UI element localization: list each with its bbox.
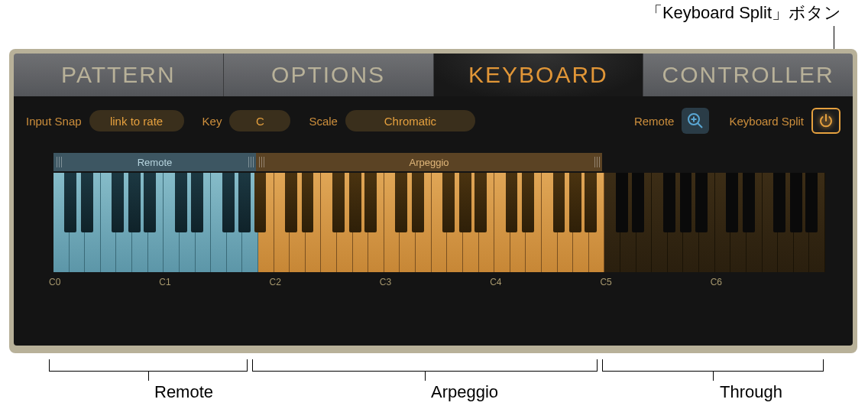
octave bbox=[604, 173, 714, 272]
black-key[interactable] bbox=[128, 173, 141, 232]
black-key[interactable] bbox=[790, 173, 802, 232]
note-label: C6 bbox=[711, 277, 722, 287]
callout-through: Through bbox=[720, 382, 782, 402]
octave bbox=[164, 173, 274, 272]
tab-controller[interactable]: CONTROLLER bbox=[643, 54, 853, 96]
black-key[interactable] bbox=[302, 173, 314, 232]
zone-remote-handle-right[interactable] bbox=[247, 153, 254, 171]
black-key[interactable] bbox=[695, 173, 708, 232]
tab-bar: PATTERN OPTIONS KEYBOARD CONTROLLER bbox=[14, 54, 853, 96]
keyboard-tab-content: Input Snap link to rate Key C Scale Chro… bbox=[14, 96, 853, 346]
svg-line-1 bbox=[698, 123, 702, 128]
black-key[interactable] bbox=[522, 173, 534, 232]
black-key[interactable] bbox=[364, 173, 377, 232]
key-menu[interactable]: C bbox=[229, 110, 290, 131]
octave bbox=[384, 173, 494, 272]
black-key[interactable] bbox=[332, 173, 345, 232]
black-key[interactable] bbox=[412, 173, 424, 232]
scale-menu[interactable]: Chromatic bbox=[345, 110, 475, 131]
note-label: C5 bbox=[600, 277, 611, 287]
octave bbox=[53, 173, 164, 272]
zone-arpeggio-handle-right[interactable] bbox=[593, 153, 601, 171]
callouts-bottom: Remote Arpeggio Through bbox=[9, 353, 857, 407]
controls-row: Input Snap link to rate Key C Scale Chro… bbox=[26, 107, 840, 135]
callout-remote: Remote bbox=[154, 382, 213, 402]
black-key[interactable] bbox=[569, 173, 581, 232]
zone-bar: Remote Arpeggio bbox=[53, 153, 825, 171]
octave bbox=[715, 173, 825, 272]
zone-remote-handle-left[interactable] bbox=[55, 153, 63, 171]
black-key[interactable] bbox=[238, 173, 251, 232]
black-key[interactable] bbox=[285, 173, 297, 232]
zone-arpeggio[interactable]: Arpeggio bbox=[256, 153, 602, 171]
black-key[interactable] bbox=[349, 173, 361, 232]
note-label: C2 bbox=[270, 277, 281, 287]
black-key[interactable] bbox=[773, 173, 785, 232]
black-key[interactable] bbox=[506, 173, 518, 232]
input-snap-menu[interactable]: link to rate bbox=[89, 110, 184, 131]
black-key[interactable] bbox=[222, 173, 235, 232]
black-key[interactable] bbox=[395, 173, 407, 232]
callout-keyboard-split: 「Keyboard Split」ボタン bbox=[646, 2, 841, 24]
keyboard-display[interactable] bbox=[53, 173, 825, 272]
note-label: C0 bbox=[49, 277, 60, 287]
zone-arpeggio-label: Arpeggio bbox=[409, 157, 449, 168]
scale-label: Scale bbox=[309, 115, 338, 128]
black-key[interactable] bbox=[175, 173, 187, 232]
black-key[interactable] bbox=[144, 173, 156, 232]
callout-arpeggio: Arpeggio bbox=[431, 382, 498, 402]
zone-remote[interactable]: Remote bbox=[53, 153, 256, 171]
bracket-through bbox=[602, 359, 824, 372]
zone-arpeggio-handle-left[interactable] bbox=[257, 153, 265, 171]
black-key[interactable] bbox=[254, 173, 267, 232]
black-key[interactable] bbox=[64, 173, 76, 232]
black-key[interactable] bbox=[726, 173, 738, 232]
octave bbox=[494, 173, 604, 272]
zone-remote-label: Remote bbox=[138, 157, 173, 168]
tab-pattern[interactable]: PATTERN bbox=[14, 54, 224, 96]
keyboard-split-label: Keyboard Split bbox=[729, 115, 804, 128]
note-label: C1 bbox=[159, 277, 170, 287]
black-key[interactable] bbox=[191, 173, 203, 232]
black-key[interactable] bbox=[805, 173, 818, 232]
black-key[interactable] bbox=[680, 173, 692, 232]
keyboard-split-button[interactable] bbox=[811, 108, 840, 134]
note-label: C4 bbox=[490, 277, 501, 287]
black-key[interactable] bbox=[81, 173, 93, 232]
remote-label: Remote bbox=[634, 115, 675, 128]
remote-zoom-button[interactable] bbox=[682, 108, 709, 134]
tab-keyboard[interactable]: KEYBOARD bbox=[434, 54, 644, 96]
black-key[interactable] bbox=[632, 173, 644, 232]
key-label: Key bbox=[202, 115, 222, 128]
arpeggiator-panel: PATTERN OPTIONS KEYBOARD CONTROLLER Inpu… bbox=[9, 49, 857, 353]
black-key[interactable] bbox=[663, 173, 675, 232]
black-key[interactable] bbox=[459, 173, 471, 232]
tab-options[interactable]: OPTIONS bbox=[224, 54, 434, 96]
bracket-arpeggio bbox=[252, 359, 598, 372]
bracket-remote bbox=[49, 359, 248, 372]
black-key[interactable] bbox=[112, 173, 124, 232]
black-key[interactable] bbox=[474, 173, 487, 232]
input-snap-label: Input Snap bbox=[26, 115, 82, 128]
black-key[interactable] bbox=[616, 173, 628, 232]
note-label: C3 bbox=[380, 277, 391, 287]
power-icon bbox=[818, 113, 834, 128]
black-key[interactable] bbox=[585, 173, 597, 232]
black-key[interactable] bbox=[553, 173, 565, 232]
octave bbox=[274, 173, 384, 272]
black-key[interactable] bbox=[442, 173, 455, 232]
zoom-plus-icon bbox=[687, 112, 704, 129]
black-key[interactable] bbox=[743, 173, 755, 232]
